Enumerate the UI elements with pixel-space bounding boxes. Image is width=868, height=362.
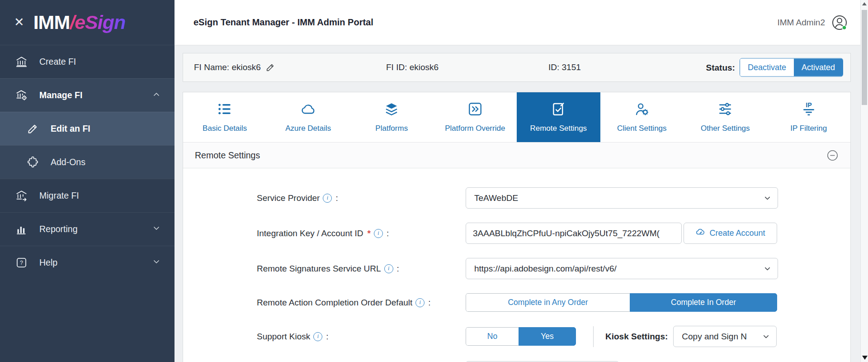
person-gear-icon: [634, 101, 650, 119]
fi-info-bar: FI Name: ekiosk6 FI ID: ekiosk6 ID: 3151…: [183, 53, 851, 82]
complete-in-order-option[interactable]: Complete In Order: [630, 293, 777, 312]
deactivate-button[interactable]: Deactivate: [740, 59, 794, 76]
content-area: FI Name: ekiosk6 FI ID: ekiosk6 ID: 3151…: [175, 45, 868, 362]
sidebar-item-label: Edit an FI: [51, 124, 90, 134]
create-account-button[interactable]: Create Account: [684, 223, 777, 244]
tab-other-settings[interactable]: Other Settings: [684, 92, 767, 142]
sidebar-item-label: Create FI: [39, 57, 76, 67]
service-provider-value: TeAWebDE: [474, 193, 518, 203]
info-icon[interactable]: [313, 332, 322, 341]
user-area[interactable]: IMM Admin2: [777, 14, 848, 31]
chevron-down-icon: [152, 224, 161, 235]
chevron-up-icon: [152, 90, 161, 101]
sidebar-item-label: Help: [39, 257, 57, 268]
settings-card: Basic Details Azure Details Platforms Pl…: [183, 92, 851, 362]
bank-arrow-icon: [15, 190, 28, 202]
integration-key-input[interactable]: [466, 223, 682, 244]
tab-bar: Basic Details Azure Details Platforms Pl…: [183, 92, 850, 143]
activated-button[interactable]: Activated: [794, 59, 843, 76]
info-icon[interactable]: [415, 298, 425, 307]
scroll-down-arrow[interactable]: [862, 356, 868, 360]
page-title: eSign Tenant Manager - IMM Admin Portal: [193, 17, 373, 28]
remote-url-value: https://api.adobesign.com/api/rest/v6/: [474, 264, 617, 274]
tab-ip-filtering[interactable]: IP IP Filtering: [767, 92, 851, 142]
status-group: Status: Deactivate Activated: [706, 58, 844, 77]
sidebar-item-label: Manage FI: [39, 90, 82, 100]
support-kiosk-row: Support Kiosk : No Yes Kiosk Settings: C…: [183, 326, 850, 347]
sidebar-header: IMM/eSign: [0, 0, 175, 45]
sidebar-item-add-ons[interactable]: Add-Ons: [0, 145, 175, 179]
tab-label: Other Settings: [701, 124, 750, 133]
chevron-down-icon: [762, 332, 770, 341]
service-provider-label: Service Provider :: [257, 193, 466, 203]
sidebar-item-label: Reporting: [39, 224, 78, 234]
pencil-icon: [26, 123, 39, 135]
user-name: IMM Admin2: [777, 18, 825, 28]
sidebar-item-create-fi[interactable]: Create FI: [0, 45, 175, 78]
tab-label: Platform Override: [445, 124, 505, 133]
sidebar-item-label: Add-Ons: [51, 157, 85, 167]
svg-text:IP: IP: [806, 101, 811, 109]
kiosk-yes-option[interactable]: Yes: [519, 327, 576, 346]
kiosk-settings-value: Copy and Sign N: [682, 332, 747, 342]
sliders-icon: [717, 101, 733, 119]
vertical-scrollbar[interactable]: [860, 0, 868, 362]
tab-platform-override[interactable]: Platform Override: [434, 92, 517, 142]
cloud-icon: [301, 101, 316, 119]
required-mark: *: [368, 229, 371, 238]
completion-order-row: Remote Action Completion Order Default :…: [183, 293, 850, 312]
remote-url-row: Remote Signatures Service URL : https://…: [183, 258, 850, 279]
tab-label: Basic Details: [203, 124, 247, 133]
tab-platforms[interactable]: Platforms: [350, 92, 434, 142]
info-icon[interactable]: [374, 229, 383, 238]
info-icon[interactable]: [384, 264, 393, 273]
scroll-up-arrow[interactable]: [862, 2, 867, 5]
logo-text-esign: /eSign: [70, 11, 125, 33]
sidebar-item-label: Migrate FI: [39, 191, 79, 201]
tab-azure-details[interactable]: Azure Details: [267, 92, 350, 142]
layers-icon: [384, 101, 399, 119]
tab-basic-details[interactable]: Basic Details: [183, 92, 267, 142]
sidebar-item-reporting[interactable]: Reporting: [0, 212, 175, 246]
logo-text-imm: IMM: [33, 11, 70, 33]
kiosk-no-option[interactable]: No: [466, 327, 519, 346]
collapse-icon[interactable]: [826, 149, 839, 162]
remote-url-select[interactable]: https://api.adobesign.com/api/rest/v6/: [466, 258, 778, 279]
box-arrow-icon: [467, 101, 483, 119]
support-kiosk-label: Support Kiosk :: [257, 332, 466, 342]
scrollbar-thumb[interactable]: [862, 10, 867, 105]
support-kiosk-toggle: No Yes: [466, 327, 576, 346]
sidebar-item-manage-fi[interactable]: Manage FI: [0, 78, 175, 112]
tab-remote-settings[interactable]: Remote Settings: [517, 92, 600, 142]
bank-gear-icon: [15, 89, 28, 102]
sidebar-item-migrate-fi[interactable]: Migrate FI: [0, 179, 175, 212]
kiosk-settings-select[interactable]: Copy and Sign N: [673, 326, 777, 347]
user-avatar-icon[interactable]: [831, 14, 848, 31]
complete-any-order-option[interactable]: Complete in Any Order: [466, 293, 630, 312]
fi-name-text: FI Name: ekiosk6: [194, 62, 261, 72]
chevron-down-icon: [152, 257, 161, 268]
integration-key-label: Integration Key / Account ID * :: [257, 229, 466, 238]
kiosk-settings-label: Kiosk Settings:: [605, 332, 668, 342]
sidebar-item-help[interactable]: ? Help: [0, 246, 175, 279]
sidebar: IMM/eSign Create FI Manage FI: [0, 0, 175, 362]
list-icon: [217, 101, 232, 119]
info-icon[interactable]: [323, 194, 332, 203]
cloud-pen-icon: [695, 227, 705, 239]
tab-label: IP Filtering: [790, 124, 827, 133]
sidebar-item-edit-an-fi[interactable]: Edit an FI: [0, 112, 175, 145]
tab-client-settings[interactable]: Client Settings: [600, 92, 684, 142]
integration-key-row: Integration Key / Account ID * : Create …: [183, 223, 850, 244]
top-header: eSign Tenant Manager - IMM Admin Portal …: [175, 0, 868, 45]
completion-order-label: Remote Action Completion Order Default :: [257, 298, 466, 308]
vertical-divider: [593, 326, 594, 347]
service-provider-select[interactable]: TeAWebDE: [466, 187, 778, 209]
puzzle-icon: [26, 156, 39, 169]
edit-fi-name-icon[interactable]: [265, 62, 275, 72]
fi-name-group: FI Name: ekiosk6: [194, 62, 275, 72]
close-icon[interactable]: [14, 16, 24, 29]
tab-label: Platforms: [375, 124, 408, 133]
tab-label: Remote Settings: [530, 124, 587, 133]
remote-url-label: Remote Signatures Service URL :: [257, 264, 466, 274]
app-root: IMM/eSign Create FI Manage FI: [0, 0, 868, 362]
